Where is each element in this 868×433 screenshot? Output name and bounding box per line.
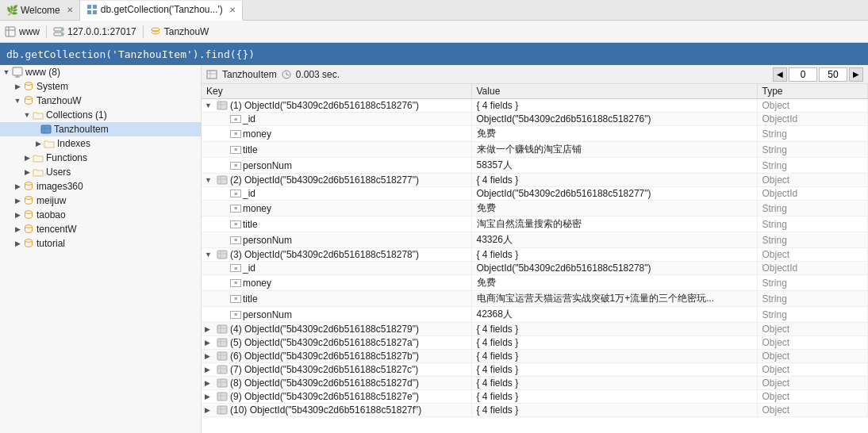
tab-welcome-label: Welcome: [21, 5, 60, 16]
row-expand-arrow[interactable]: ▶: [205, 406, 214, 414]
key-text: money: [243, 278, 271, 289]
arrow-indexes: ▶: [33, 140, 43, 148]
value-cell: { 4 fields }: [471, 336, 757, 350]
sidebar-item-meijuw[interactable]: ▶ meijuw: [0, 194, 201, 208]
svg-point-10: [61, 33, 63, 35]
sidebar-item-www[interactable]: ▼ www (8): [0, 65, 201, 79]
result-collection-name: TanzhouItem: [222, 69, 277, 80]
value-cell: 免费: [471, 201, 757, 216]
sidebar-item-images360[interactable]: ▶ images360: [0, 179, 201, 194]
key-cell: ≡_id: [217, 113, 467, 125]
sidebar-item-tutorial[interactable]: ▶ tutorial: [0, 236, 201, 251]
value-cell: { 4 fields }: [471, 248, 757, 262]
sidebar-tutorial-label: tutorial: [36, 238, 65, 249]
table-row: ▼(1) ObjectId("5b4309c2d6b516188c518276"…: [202, 99, 868, 113]
row-expand-arrow[interactable]: ▶: [205, 379, 214, 387]
toolbar-host: 127.0.0.1:27017: [53, 26, 136, 37]
table-row: ≡_idObjectId("5b4309c2d6b516188c518277")…: [202, 187, 868, 201]
col-value: Value: [471, 84, 757, 99]
page-next-btn[interactable]: ▶: [849, 67, 863, 82]
key-cell: ▶(6) ObjectId("5b4309c2d6b516188c51827b"…: [205, 351, 467, 362]
value-cell: 免费: [471, 126, 757, 142]
value-cell: { 4 fields }: [471, 174, 757, 187]
row-expand-arrow[interactable]: ▶: [205, 366, 214, 374]
sidebar-item-indexes[interactable]: ▶ Indexes: [0, 136, 201, 151]
sidebar-tencentw-label: tencentW: [36, 224, 77, 235]
sidebar-item-system[interactable]: ▶ System: [0, 79, 201, 94]
db-icon-images360: [22, 180, 35, 193]
svg-rect-37: [217, 251, 227, 259]
table-row: ≡money免费String: [202, 126, 868, 142]
row-expand-arrow[interactable]: ▶: [205, 352, 214, 360]
sidebar-www-label: www (8): [25, 67, 60, 78]
db-icon-tanzhouw: [22, 94, 35, 107]
type-cell: String: [757, 307, 868, 323]
table-row: ≡title淘宝自然流量搜索的秘密String: [202, 216, 868, 232]
object-icon: [216, 404, 229, 416]
svg-point-20: [25, 182, 33, 186]
row-expand-arrow[interactable]: ▼: [205, 102, 214, 109]
arrow-images360: ▶: [13, 182, 22, 190]
key-text: personNum: [243, 160, 292, 171]
value-cell: 43326人: [471, 232, 757, 248]
type-cell: Object: [757, 404, 868, 417]
type-cell: String: [757, 158, 868, 174]
value-cell: 58357人: [471, 158, 757, 174]
tab-collection[interactable]: db.getCollection('Tanzhou...') ✕: [80, 1, 243, 21]
row-expand-arrow[interactable]: ▶: [205, 393, 214, 400]
sidebar-item-collections[interactable]: ▼ Collections (1): [0, 108, 201, 122]
collection-icon: [40, 123, 52, 136]
type-cell: ObjectId: [757, 113, 868, 126]
row-expand-arrow[interactable]: ▼: [205, 251, 214, 259]
main-panel: TanzhouItem 0.003 sec. ◀ ▶ Key: [202, 65, 868, 433]
db-icon-system: [22, 80, 35, 93]
field-icon: ≡: [230, 190, 241, 197]
type-cell: Object: [757, 248, 868, 262]
svg-rect-52: [217, 379, 227, 387]
row-expand-arrow[interactable]: ▶: [205, 339, 214, 347]
page-size-input[interactable]: [819, 67, 847, 82]
key-cell: ▼(3) ObjectId("5b4309c2d6b516188c518278"…: [205, 249, 467, 260]
svg-rect-40: [217, 325, 227, 333]
arrow-tanzhouw: ▼: [13, 97, 22, 105]
svg-point-21: [25, 197, 33, 200]
svg-rect-3: [93, 10, 97, 14]
table-row: ≡money免费String: [202, 275, 868, 291]
svg-rect-43: [217, 339, 227, 347]
svg-rect-58: [217, 406, 227, 414]
key-cell: ▶(9) ObjectId("5b4309c2d6b516188c51827e"…: [205, 391, 467, 402]
table-row: ≡money免费String: [202, 201, 868, 216]
sidebar-item-users[interactable]: ▶ Users: [0, 165, 201, 179]
tab-collection-close[interactable]: ✕: [229, 6, 236, 14]
sidebar-item-tanzhouw[interactable]: ▼ TanzhouW: [0, 94, 201, 108]
value-cell: 淘宝自然流量搜索的秘密: [471, 216, 757, 232]
field-icon: ≡: [230, 162, 241, 170]
key-text: (10) ObjectId("5b4309c2d6b516188c51827f"…: [230, 404, 421, 416]
arrow-taobao: ▶: [13, 211, 22, 219]
type-cell: ObjectId: [757, 187, 868, 201]
sidebar-item-tencentw[interactable]: ▶ tencentW: [0, 222, 201, 236]
page-input[interactable]: [789, 67, 817, 82]
svg-rect-2: [87, 10, 91, 14]
toolbar: www 127.0.0.1:27017 TanzhouW: [0, 21, 868, 43]
toolbar-db-label: TanzhouW: [164, 26, 209, 37]
type-cell: Object: [757, 390, 868, 404]
table-row: ≡title来做一个赚钱的淘宝店铺String: [202, 142, 868, 158]
key-text: _id: [243, 113, 255, 125]
tab-welcome-close[interactable]: ✕: [67, 6, 73, 14]
sidebar-item-tanzhouitem[interactable]: TanzhouItem: [0, 122, 201, 136]
value-cell: 来做一个赚钱的淘宝店铺: [471, 142, 757, 158]
row-expand-arrow[interactable]: ▶: [205, 325, 214, 333]
sidebar-functions-label: Functions: [46, 152, 87, 163]
row-expand-arrow[interactable]: ▼: [205, 176, 214, 184]
sidebar-item-functions[interactable]: ▶ Functions: [0, 151, 201, 165]
tab-welcome[interactable]: 🌿 Welcome ✕: [0, 0, 80, 20]
page-prev-btn[interactable]: ◀: [773, 67, 787, 82]
sidebar-item-taobao[interactable]: ▶ taobao: [0, 208, 201, 222]
field-icon: ≡: [230, 220, 241, 228]
table-icon: [206, 70, 217, 79]
object-icon: [216, 364, 229, 375]
key-text: title: [243, 293, 258, 305]
key-text: (6) ObjectId("5b4309c2d6b516188c51827b"): [230, 351, 419, 362]
key-text: (3) ObjectId("5b4309c2d6b516188c518278"): [230, 249, 419, 260]
